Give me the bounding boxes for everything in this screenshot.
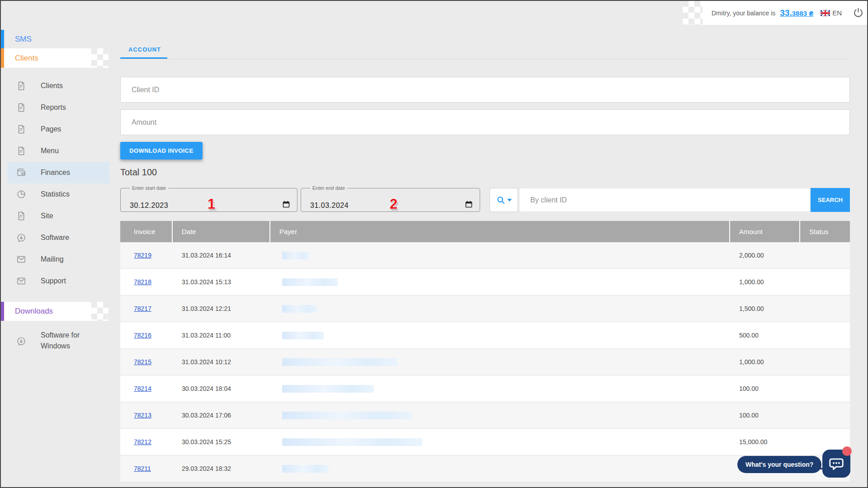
column-header-status: Status <box>800 221 849 242</box>
download-icon <box>16 336 26 348</box>
sidebar-item-mailing[interactable]: Mailing <box>1 249 109 270</box>
sidebar-section-clients-label: Clients <box>15 54 38 63</box>
language-switcher[interactable]: EN <box>821 9 842 17</box>
payer-cell <box>270 252 730 259</box>
amount-cell: 1,000.00 <box>730 278 800 286</box>
chevron-down-icon <box>507 199 512 202</box>
sidebar-item-software[interactable]: Software <box>1 227 109 249</box>
date-cell: 30.03.2024 18:04 <box>173 385 270 392</box>
calendar-icon[interactable] <box>465 201 472 210</box>
invoice-link[interactable]: 78215 <box>134 358 151 366</box>
total-count: Total 100 <box>120 167 157 178</box>
amount-cell: 1,000.00 <box>730 358 800 366</box>
date-cell: 30.03.2024 15:25 <box>173 438 270 446</box>
notification-dot <box>842 446 852 456</box>
balance-text: Dmitry, your balance is <box>712 9 775 17</box>
start-date-label: Enter start date <box>130 185 168 191</box>
amount-cell: 100.00 <box>730 385 800 392</box>
sidebar-nav: Clients Reports Pages Menu Finances Stat… <box>1 75 109 292</box>
invoice-link[interactable]: 78219 <box>134 252 151 259</box>
sidebar-item-label: Site <box>41 212 53 220</box>
pie-chart-icon <box>16 189 26 199</box>
sidebar-item-clients[interactable]: Clients <box>1 75 109 97</box>
amount-input[interactable] <box>120 109 850 135</box>
sidebar-item-software-for-windows[interactable]: Software for Windows <box>1 328 109 353</box>
client-id-input[interactable] <box>120 77 850 103</box>
invoice-link[interactable]: 78211 <box>134 465 151 472</box>
calendar-icon[interactable] <box>283 201 290 210</box>
tab-divider <box>120 59 850 59</box>
document-icon <box>16 146 26 156</box>
annotation-2: 2 <box>390 196 397 212</box>
chat-question-bubble[interactable]: What's your question? <box>737 456 821 473</box>
redacted-payer <box>282 358 397 366</box>
download-invoice-button[interactable]: DOWNLOAD INVOICE <box>120 142 203 160</box>
invoice-link[interactable]: 78213 <box>134 412 151 419</box>
tab-account[interactable]: ACCOUNT <box>128 46 161 53</box>
sidebar-item-finances[interactable]: Finances <box>7 162 109 183</box>
sidebar-item-site[interactable]: Site <box>1 205 109 227</box>
payer-cell <box>270 465 730 473</box>
search-type-dropdown[interactable] <box>490 188 518 212</box>
header-account-box: Dmitry, your balance is 33,3883 ₴ EN <box>703 1 867 25</box>
amount-cell: 1,500.00 <box>730 305 800 312</box>
redacted-payer <box>282 332 324 339</box>
sidebar-section-clients[interactable]: Clients <box>1 48 91 68</box>
sidebar-item-menu[interactable]: Menu <box>1 140 109 162</box>
invoice-link[interactable]: 78218 <box>134 278 151 286</box>
sidebar-item-support[interactable]: Support <box>1 270 109 292</box>
table-row: 78213 30.03.2024 17:06 100.00 <box>120 402 850 429</box>
sidebar-item-statistics[interactable]: Statistics <box>1 183 109 205</box>
payer-cell <box>270 385 730 393</box>
redacted-payer <box>282 305 316 313</box>
sidebar-item-label: Software <box>41 234 69 242</box>
table-row: 78217 31.03.2024 12:21 1,500.00 <box>120 296 850 322</box>
document-icon <box>16 124 26 134</box>
invoice-link[interactable]: 78216 <box>134 332 151 339</box>
sidebar-item-label: Finances <box>41 169 70 177</box>
chat-icon <box>828 455 845 472</box>
sidebar-section-downloads-label: Downloads <box>15 307 53 316</box>
sidebar-item-reports[interactable]: Reports <box>1 97 109 118</box>
start-date-field[interactable]: Enter start date 30.12.2023 1 <box>120 185 297 212</box>
invoice-cell: 78216 <box>120 332 173 339</box>
invoice-link[interactable]: 78217 <box>134 305 151 312</box>
power-icon <box>853 7 864 19</box>
payer-cell <box>270 412 730 419</box>
date-cell: 31.03.2024 11:00 <box>173 332 270 339</box>
date-cell: 31.03.2024 12:21 <box>173 305 270 312</box>
search-by-client-id-input[interactable] <box>519 188 811 212</box>
amount-cell: 15,000.00 <box>730 438 800 446</box>
download-icon <box>16 233 26 243</box>
column-header-invoice: Invoice <box>120 221 173 242</box>
balance-link[interactable]: 33,3883 ₴ <box>780 8 813 18</box>
date-cell: 29.03.2024 18:32 <box>173 465 270 472</box>
date-cell: 31.03.2024 15:13 <box>173 278 270 286</box>
app-window: Dmitry, your balance is 33,3883 ₴ EN SMS… <box>0 0 868 488</box>
invoice-link[interactable]: 78214 <box>134 385 151 392</box>
redacted-payer <box>282 412 411 419</box>
sidebar-section-sms[interactable]: SMS <box>1 30 91 48</box>
document-icon <box>16 103 26 113</box>
language-label: EN <box>832 9 842 17</box>
sidebar-item-pages[interactable]: Pages <box>1 118 109 140</box>
payer-cell <box>270 358 730 366</box>
redacted-payer <box>282 252 309 259</box>
search-icon <box>496 196 505 205</box>
date-cell: 30.03.2024 17:06 <box>173 412 270 419</box>
search-button[interactable]: SEARCH <box>811 188 850 212</box>
invoice-link[interactable]: 78212 <box>134 438 151 446</box>
invoice-cell: 78211 <box>120 465 173 472</box>
pixel-dissolve-decoration <box>91 302 108 321</box>
sidebar-item-label: Support <box>41 277 66 285</box>
table-header-row: Invoice Date Payer Amount Status <box>120 221 850 242</box>
sidebar-item-label: Software for Windows <box>41 330 95 352</box>
redacted-payer <box>282 278 338 286</box>
sidebar-section-sms-label: SMS <box>15 35 32 44</box>
uk-flag-icon <box>821 10 830 16</box>
invoices-table: Invoice Date Payer Amount Status 78219 3… <box>120 221 850 482</box>
payer-cell <box>270 278 730 286</box>
end-date-field[interactable]: Enter end date 31.03.2024 2 <box>301 185 480 212</box>
sidebar-section-downloads[interactable]: Downloads <box>1 302 91 321</box>
logout-button[interactable] <box>853 7 864 19</box>
